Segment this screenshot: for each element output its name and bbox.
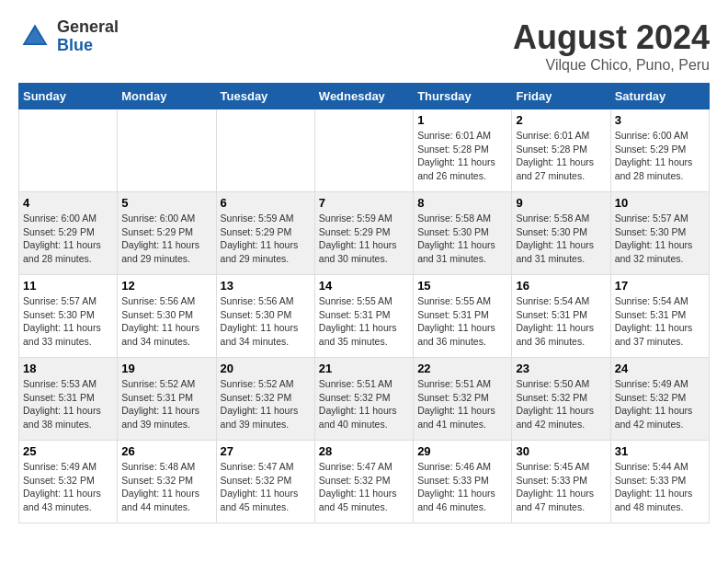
calendar-cell: 28Sunrise: 5:47 AM Sunset: 5:32 PM Dayli… [314,441,413,523]
calendar-cell: 19Sunrise: 5:52 AM Sunset: 5:31 PM Dayli… [118,358,216,441]
day-info: Sunrise: 5:50 AM Sunset: 5:32 PM Dayligh… [516,377,606,431]
day-info: Sunrise: 5:54 AM Sunset: 5:31 PM Dayligh… [516,294,606,349]
col-header-sunday: Sunday [19,84,118,109]
calendar-cell: 7Sunrise: 5:59 AM Sunset: 5:29 PM Daylig… [314,192,413,275]
calendar-week-row: 4Sunrise: 6:00 AM Sunset: 5:29 PM Daylig… [19,192,710,275]
day-number: 5 [121,196,211,210]
calendar-cell: 31Sunrise: 5:44 AM Sunset: 5:33 PM Dayli… [610,441,709,523]
page-subtitle: Vilque Chico, Puno, Peru [513,57,710,74]
day-info: Sunrise: 6:01 AM Sunset: 5:28 PM Dayligh… [417,129,507,183]
day-info: Sunrise: 5:59 AM Sunset: 5:29 PM Dayligh… [221,212,311,266]
day-info: Sunrise: 5:56 AM Sunset: 5:30 PM Dayligh… [121,294,211,349]
day-info: Sunrise: 6:00 AM Sunset: 5:29 PM Dayligh… [121,212,211,266]
calendar-cell [19,109,118,192]
title-section: August 2024 Vilque Chico, Puno, Peru [513,18,710,74]
day-number: 14 [319,279,409,293]
calendar-week-row: 18Sunrise: 5:53 AM Sunset: 5:31 PM Dayli… [19,358,710,441]
logo-icon [18,20,51,53]
day-number: 15 [417,279,507,293]
logo-general-text: General [57,18,119,37]
day-info: Sunrise: 5:52 AM Sunset: 5:31 PM Dayligh… [121,377,211,431]
day-info: Sunrise: 5:54 AM Sunset: 5:31 PM Dayligh… [615,294,705,349]
day-info: Sunrise: 5:44 AM Sunset: 5:33 PM Dayligh… [615,460,705,514]
day-info: Sunrise: 5:55 AM Sunset: 5:31 PM Dayligh… [417,294,507,349]
page-title: August 2024 [513,18,710,57]
calendar-week-row: 11Sunrise: 5:57 AM Sunset: 5:30 PM Dayli… [19,275,710,358]
day-number: 2 [516,113,606,127]
calendar-cell: 3Sunrise: 6:00 AM Sunset: 5:29 PM Daylig… [610,109,709,192]
calendar-cell: 10Sunrise: 5:57 AM Sunset: 5:30 PM Dayli… [610,192,709,275]
day-number: 20 [221,362,311,375]
day-number: 27 [221,444,311,458]
calendar-week-row: 25Sunrise: 5:49 AM Sunset: 5:32 PM Dayli… [19,441,710,523]
day-info: Sunrise: 5:51 AM Sunset: 5:32 PM Dayligh… [417,377,507,431]
day-number: 29 [417,444,507,458]
calendar-cell: 5Sunrise: 6:00 AM Sunset: 5:29 PM Daylig… [118,192,216,275]
day-number: 21 [319,362,409,375]
day-number: 12 [121,279,211,293]
day-number: 11 [23,279,113,293]
day-number: 24 [615,362,705,375]
calendar-cell: 30Sunrise: 5:45 AM Sunset: 5:33 PM Dayli… [512,441,610,523]
col-header-tuesday: Tuesday [216,84,314,109]
day-info: Sunrise: 5:53 AM Sunset: 5:31 PM Dayligh… [23,377,113,431]
calendar-cell: 14Sunrise: 5:55 AM Sunset: 5:31 PM Dayli… [314,275,413,358]
calendar-cell: 8Sunrise: 5:58 AM Sunset: 5:30 PM Daylig… [414,192,512,275]
day-info: Sunrise: 5:57 AM Sunset: 5:30 PM Dayligh… [23,294,113,349]
calendar-cell: 4Sunrise: 6:00 AM Sunset: 5:29 PM Daylig… [19,192,118,275]
day-info: Sunrise: 5:46 AM Sunset: 5:33 PM Dayligh… [417,460,507,514]
day-number: 9 [516,196,606,210]
calendar-cell [216,109,314,192]
calendar-cell: 25Sunrise: 5:49 AM Sunset: 5:32 PM Dayli… [19,441,118,523]
day-number: 10 [615,196,705,210]
day-number: 26 [121,444,211,458]
day-number: 7 [319,196,409,210]
col-header-friday: Friday [512,84,610,109]
calendar-table: SundayMondayTuesdayWednesdayThursdayFrid… [18,83,710,523]
col-header-thursday: Thursday [414,84,512,109]
day-number: 13 [221,279,311,293]
day-info: Sunrise: 5:47 AM Sunset: 5:32 PM Dayligh… [221,460,311,514]
day-info: Sunrise: 6:01 AM Sunset: 5:28 PM Dayligh… [516,129,606,183]
calendar-cell: 23Sunrise: 5:50 AM Sunset: 5:32 PM Dayli… [512,358,610,441]
day-number: 6 [221,196,311,210]
day-number: 8 [417,196,507,210]
day-number: 3 [615,113,705,127]
day-number: 16 [516,279,606,293]
calendar-cell [118,109,216,192]
col-header-saturday: Saturday [610,84,709,109]
calendar-cell: 1Sunrise: 6:01 AM Sunset: 5:28 PM Daylig… [414,109,512,192]
day-info: Sunrise: 5:56 AM Sunset: 5:30 PM Dayligh… [221,294,311,349]
calendar-cell: 6Sunrise: 5:59 AM Sunset: 5:29 PM Daylig… [216,192,314,275]
day-info: Sunrise: 5:49 AM Sunset: 5:32 PM Dayligh… [615,377,705,431]
calendar-cell: 17Sunrise: 5:54 AM Sunset: 5:31 PM Dayli… [610,275,709,358]
calendar-cell: 29Sunrise: 5:46 AM Sunset: 5:33 PM Dayli… [414,441,512,523]
day-info: Sunrise: 5:47 AM Sunset: 5:32 PM Dayligh… [319,460,409,514]
calendar-cell: 16Sunrise: 5:54 AM Sunset: 5:31 PM Dayli… [512,275,610,358]
calendar-cell: 21Sunrise: 5:51 AM Sunset: 5:32 PM Dayli… [314,358,413,441]
logo-blue-text: Blue [57,37,119,55]
calendar-cell: 27Sunrise: 5:47 AM Sunset: 5:32 PM Dayli… [216,441,314,523]
day-number: 25 [23,444,113,458]
calendar-cell: 15Sunrise: 5:55 AM Sunset: 5:31 PM Dayli… [414,275,512,358]
day-info: Sunrise: 6:00 AM Sunset: 5:29 PM Dayligh… [615,129,705,183]
calendar-header-row: SundayMondayTuesdayWednesdayThursdayFrid… [19,84,710,109]
day-number: 1 [417,113,507,127]
day-number: 18 [23,362,113,375]
calendar-cell: 12Sunrise: 5:56 AM Sunset: 5:30 PM Dayli… [118,275,216,358]
day-number: 31 [615,444,705,458]
day-info: Sunrise: 5:55 AM Sunset: 5:31 PM Dayligh… [319,294,409,349]
calendar-cell [314,109,413,192]
calendar-cell: 2Sunrise: 6:01 AM Sunset: 5:28 PM Daylig… [512,109,610,192]
calendar-cell: 24Sunrise: 5:49 AM Sunset: 5:32 PM Dayli… [610,358,709,441]
calendar-cell: 20Sunrise: 5:52 AM Sunset: 5:32 PM Dayli… [216,358,314,441]
calendar-cell: 9Sunrise: 5:58 AM Sunset: 5:30 PM Daylig… [512,192,610,275]
day-info: Sunrise: 5:57 AM Sunset: 5:30 PM Dayligh… [615,212,705,266]
calendar-cell: 22Sunrise: 5:51 AM Sunset: 5:32 PM Dayli… [414,358,512,441]
page-header: General Blue August 2024 Vilque Chico, P… [18,18,710,74]
calendar-cell: 11Sunrise: 5:57 AM Sunset: 5:30 PM Dayli… [19,275,118,358]
day-info: Sunrise: 6:00 AM Sunset: 5:29 PM Dayligh… [23,212,113,266]
col-header-monday: Monday [118,84,216,109]
calendar-week-row: 1Sunrise: 6:01 AM Sunset: 5:28 PM Daylig… [19,109,710,192]
day-number: 4 [23,196,113,210]
